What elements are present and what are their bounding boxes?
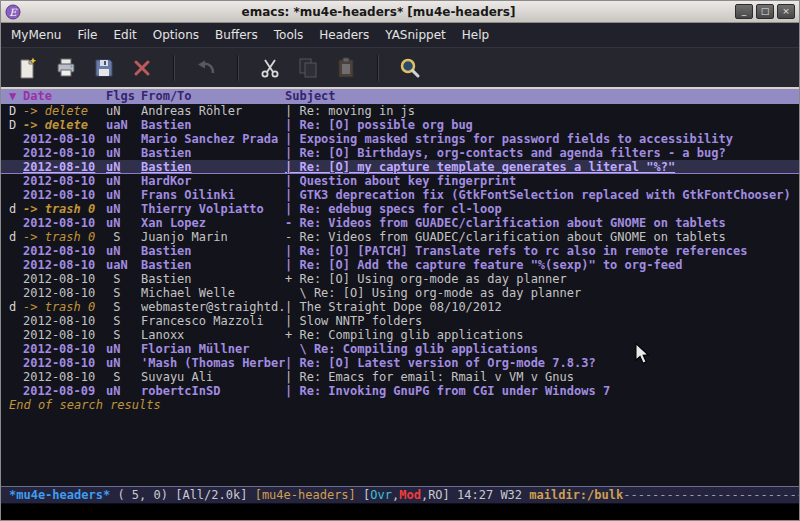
menu-mymenu[interactable]: MyMenu	[3, 24, 69, 46]
message-row[interactable]: d-> trash 0 Swebmaster@straightd...| The…	[1, 300, 799, 314]
message-row[interactable]: 2012-08-10uNFrans Oilinki| GTK3 deprecat…	[1, 188, 799, 202]
message-row-current[interactable]: 2012-08-10uNBastien| Re: [O] my capture …	[1, 160, 799, 174]
column-header-date[interactable]: Date	[23, 89, 106, 104]
flags-cell: S	[106, 230, 141, 244]
subject-cell: \ Re: Compiling glib applications	[285, 342, 799, 356]
mark-char	[9, 160, 23, 174]
message-row[interactable]: 2012-08-10uNXan Lopez- Re: Videos from G…	[1, 216, 799, 230]
from-cell: Florian Müllner	[141, 342, 285, 356]
mark-char	[9, 328, 23, 342]
undo-icon	[194, 56, 218, 80]
message-row[interactable]: 2012-08-10 SSuvayu Ali| Re: Emacs for em…	[1, 370, 799, 384]
minimize-button[interactable]: _	[735, 4, 753, 19]
menu-help[interactable]: Help	[454, 24, 497, 46]
minibuffer[interactable]	[1, 504, 799, 520]
message-row[interactable]: 2012-08-10 SFrancesco Mazzoli| Slow NNTP…	[1, 314, 799, 328]
flags-cell: S	[106, 370, 141, 384]
subject-cell: | Re: [O] Add the capture feature "%(sex…	[285, 258, 799, 272]
subject-cell: | Re: edebug specs for cl-loop	[285, 202, 799, 216]
menu-tools[interactable]: Tools	[266, 24, 312, 46]
cut-button[interactable]	[251, 52, 289, 84]
modeline-segment: ,	[392, 488, 399, 502]
mark-char	[9, 174, 23, 188]
column-header-flags[interactable]: Flgs	[106, 89, 141, 104]
flags-cell: uN	[106, 216, 141, 230]
message-row[interactable]: D-> deleteuNAndreas Röhler| Re: moving i…	[1, 104, 799, 118]
maximize-button[interactable]: □	[756, 4, 774, 19]
date-cell: -> delete	[23, 118, 106, 132]
mark-char	[9, 132, 23, 146]
menu-yasnippet[interactable]: YASnippet	[377, 24, 454, 46]
modeline-segment: --------------------------------------	[623, 488, 799, 502]
mark-char	[9, 188, 23, 202]
search-icon	[398, 56, 422, 80]
subject-cell: + Re: [O] Using org-mode as day planner	[285, 272, 799, 286]
date-cell: 2012-08-10	[23, 174, 106, 188]
flags-cell: uaN	[106, 258, 141, 272]
modeline-segment: [mu4e-headers]	[255, 488, 356, 502]
subject-cell: - Re: Videos from GUADEC/clarification a…	[285, 230, 799, 244]
new-file-button[interactable]	[9, 52, 47, 84]
save-button[interactable]	[85, 52, 123, 84]
message-row[interactable]: 2012-08-10 SMichael Welle \ Re: [O] Usin…	[1, 286, 799, 300]
message-row[interactable]: 2012-08-10 SLanoxx+ Re: Compiling glib a…	[1, 328, 799, 342]
modeline-segment: *mu4e-headers*	[9, 488, 110, 502]
menu-buffers[interactable]: Buffers	[207, 24, 266, 46]
print-button[interactable]	[47, 52, 85, 84]
modeline-segment: 14:27	[457, 488, 500, 502]
date-cell: 2012-08-10	[23, 370, 106, 384]
emacs-icon: E	[5, 4, 21, 20]
menu-headers[interactable]: Headers	[311, 24, 377, 46]
subject-cell: | Re: moving in js	[285, 104, 799, 118]
message-row[interactable]: 2012-08-10uNBastien| Re: [O] [PATCH] Tra…	[1, 244, 799, 258]
mark-char	[9, 272, 23, 286]
flags-cell: uN	[106, 132, 141, 146]
window-title: emacs: *mu4e-headers* [mu4e-headers]	[25, 5, 732, 19]
message-row[interactable]: 2012-08-10uNHardKor| Question about key …	[1, 174, 799, 188]
subject-cell: | Slow NNTP folders	[285, 314, 799, 328]
mark-char: D	[9, 118, 23, 132]
subject-cell: | Question about key fingerprint	[285, 174, 799, 188]
message-row[interactable]: d-> trash 0uNThierry Volpiatto| Re: edeb…	[1, 202, 799, 216]
date-cell: 2012-08-10	[23, 314, 106, 328]
flags-cell: S	[106, 328, 141, 342]
subject-cell: | Re: [O] [PATCH] Translate refs to rc a…	[285, 244, 799, 258]
date-cell: -> delete	[23, 104, 106, 118]
sort-direction-icon[interactable]: ▼	[9, 89, 23, 104]
modeline-segment: [All/2.0k]	[175, 488, 254, 502]
date-cell: -> trash 0	[23, 300, 106, 314]
message-row[interactable]: 2012-08-10uNMario Sanchez Prada| Exposin…	[1, 132, 799, 146]
search-button[interactable]	[391, 52, 429, 84]
message-row[interactable]: 2012-08-10 SBastien+ Re: [O] Using org-m…	[1, 272, 799, 286]
paste-icon	[334, 56, 358, 80]
mark-char	[9, 342, 23, 356]
modeline-segment: Ovr	[370, 488, 392, 502]
message-row[interactable]: 2012-08-10uNFlorian Müllner \ Re: Compil…	[1, 342, 799, 356]
subject-cell: | Re: [O] my capture template generates …	[285, 160, 799, 174]
message-row[interactable]: d-> trash 0 SJuanjo Marin- Re: Videos fr…	[1, 230, 799, 244]
column-header-subject[interactable]: Subject	[285, 89, 799, 104]
close-button[interactable]	[123, 52, 161, 84]
flags-cell: uN	[106, 244, 141, 258]
toolbar-separator	[377, 55, 379, 81]
toolbar-separator	[173, 55, 175, 81]
date-cell: 2012-08-10	[23, 216, 106, 230]
date-cell: 2012-08-10	[23, 258, 106, 272]
menu-options[interactable]: Options	[145, 24, 207, 46]
message-row[interactable]: 2012-08-10uNBastien| Re: [O] Birthdays, …	[1, 146, 799, 160]
from-cell: Lanoxx	[141, 328, 285, 342]
message-row[interactable]: 2012-08-10uN'Mash (Thomas Herbert)| Re: …	[1, 356, 799, 370]
date-cell: -> trash 0	[23, 230, 106, 244]
date-cell: 2012-08-10	[23, 188, 106, 202]
close-button[interactable]: ×	[777, 4, 795, 19]
flags-cell: S	[106, 314, 141, 328]
menu-file[interactable]: File	[69, 24, 105, 46]
column-header-from[interactable]: From/To	[141, 89, 285, 104]
mark-char: d	[9, 230, 23, 244]
titlebar[interactable]: E emacs: *mu4e-headers* [mu4e-headers] _…	[1, 1, 799, 23]
from-cell: Bastien	[141, 160, 285, 174]
menu-edit[interactable]: Edit	[106, 24, 145, 46]
message-row[interactable]: 2012-08-10uaNBastien| Re: [O] Add the ca…	[1, 258, 799, 272]
message-row[interactable]: 2012-08-09uNrobertcInSD| Re: Invoking Gn…	[1, 384, 799, 398]
message-row[interactable]: D-> deleteuaNBastien| Re: [O] possible o…	[1, 118, 799, 132]
